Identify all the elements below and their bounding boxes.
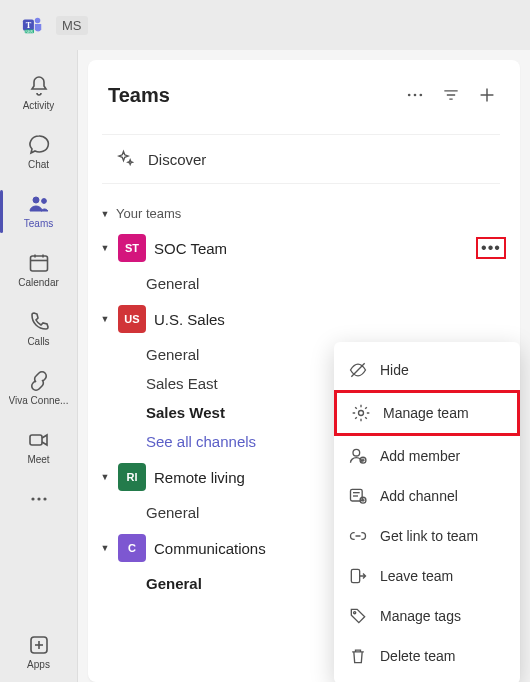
more-options-button[interactable] — [402, 82, 428, 108]
page-title: Teams — [108, 84, 392, 107]
add-button[interactable] — [474, 82, 500, 108]
add-channel-icon — [348, 486, 368, 506]
team-row[interactable]: ▼USU.S. Sales — [88, 298, 520, 340]
menu-manage-team[interactable]: Manage team — [334, 390, 520, 436]
svg-point-13 — [37, 497, 40, 500]
rail-calendar[interactable]: Calendar — [0, 241, 77, 300]
svg-point-19 — [414, 94, 417, 97]
add-member-icon — [348, 446, 368, 466]
sparkle-icon — [116, 149, 136, 169]
titlebar: TNEW MS — [0, 0, 530, 50]
apps-icon — [27, 633, 51, 657]
link-icon — [348, 526, 368, 546]
leave-icon — [348, 566, 368, 586]
caret-down-icon: ▼ — [100, 243, 110, 253]
svg-point-28 — [353, 449, 360, 456]
team-more-button[interactable]: ••• — [476, 237, 506, 259]
svg-line-26 — [351, 363, 364, 376]
menu-add-channel[interactable]: Add channel — [334, 476, 520, 516]
svg-point-6 — [41, 199, 46, 204]
teams-logo-icon: TNEW — [22, 14, 44, 36]
team-row[interactable]: ▼STSOC Team••• — [88, 227, 520, 269]
rail-activity[interactable]: Activity — [0, 64, 77, 123]
caret-down-icon: ▼ — [100, 314, 110, 324]
rail-apps[interactable]: Apps — [0, 623, 77, 682]
team-avatar: C — [118, 534, 146, 562]
team-name: U.S. Sales — [154, 311, 506, 328]
phone-icon — [27, 310, 51, 334]
svg-point-18 — [408, 94, 411, 97]
team-avatar: US — [118, 305, 146, 333]
caret-down-icon: ▼ — [100, 472, 110, 482]
svg-point-14 — [43, 497, 46, 500]
svg-text:NEW: NEW — [26, 30, 33, 34]
svg-point-5 — [33, 197, 39, 203]
svg-point-12 — [31, 497, 34, 500]
svg-point-27 — [359, 411, 364, 416]
rail-calls[interactable]: Calls — [0, 300, 77, 359]
more-icon — [27, 487, 51, 511]
discover-button[interactable]: Discover — [102, 134, 500, 184]
menu-leave-team[interactable]: Leave team — [334, 556, 520, 596]
rail-chat[interactable]: Chat — [0, 123, 77, 182]
svg-rect-7 — [30, 256, 47, 271]
menu-manage-tags[interactable]: Manage tags — [334, 596, 520, 636]
caret-down-icon: ▼ — [100, 543, 110, 553]
team-name: SOC Team — [154, 240, 468, 257]
rail-more[interactable] — [0, 477, 77, 523]
gear-icon — [351, 403, 371, 423]
menu-hide[interactable]: Hide — [334, 350, 520, 390]
tag-icon — [348, 606, 368, 626]
svg-point-20 — [420, 94, 423, 97]
svg-point-39 — [354, 612, 356, 614]
app-rail: Activity Chat Teams Calendar Calls Viva … — [0, 50, 78, 682]
account-badge[interactable]: MS — [56, 16, 88, 35]
filter-button[interactable] — [438, 82, 464, 108]
caret-down-icon: ▼ — [100, 209, 110, 219]
link-icon — [27, 369, 51, 393]
team-context-menu: Hide Manage team Add member Add channel … — [334, 342, 520, 682]
menu-get-link[interactable]: Get link to team — [334, 516, 520, 556]
discover-label: Discover — [148, 151, 206, 168]
trash-icon — [348, 646, 368, 666]
rail-meet[interactable]: Meet — [0, 418, 77, 477]
svg-rect-11 — [30, 435, 42, 445]
rail-teams[interactable]: Teams — [0, 182, 77, 241]
people-icon — [27, 192, 51, 216]
svg-text:T: T — [26, 21, 32, 30]
team-avatar: ST — [118, 234, 146, 262]
menu-delete-team[interactable]: Delete team — [334, 636, 520, 676]
chat-icon — [27, 133, 51, 157]
video-icon — [27, 428, 51, 452]
svg-rect-38 — [351, 569, 359, 582]
team-avatar: Rl — [118, 463, 146, 491]
menu-add-member[interactable]: Add member — [334, 436, 520, 476]
your-teams-header[interactable]: ▼ Your teams — [88, 200, 520, 227]
svg-point-2 — [35, 18, 41, 24]
channel-row[interactable]: General — [88, 269, 520, 298]
calendar-icon — [27, 251, 51, 275]
rail-viva[interactable]: Viva Conne... — [0, 359, 77, 418]
bell-icon — [27, 74, 51, 98]
hide-icon — [348, 360, 368, 380]
